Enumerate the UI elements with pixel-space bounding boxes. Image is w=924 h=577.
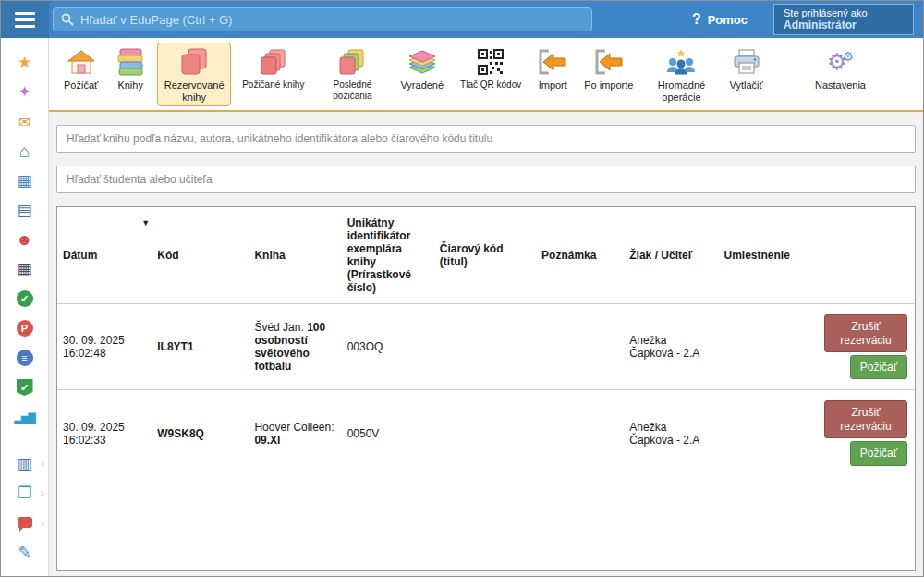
global-search-input[interactable] bbox=[80, 13, 584, 27]
envelope-icon: ✉ bbox=[18, 115, 30, 129]
cell-ziak-ucitel: Anežka Čapková - 2.A bbox=[624, 390, 718, 476]
cell-kniha: Švéd Jan: 100 osobností světového fotbal… bbox=[249, 304, 341, 390]
signed-in-user: Administrátor bbox=[784, 18, 904, 31]
sidebar-item-wand[interactable]: ✦ bbox=[1, 77, 48, 106]
cell-umiestnenie bbox=[719, 390, 811, 476]
sidebar-item-list[interactable]: ≡ bbox=[1, 343, 48, 373]
reservations-table: ▼Dátum Kód Kniha Unikátny identifikátor … bbox=[56, 206, 916, 571]
wand-icon: ✦ bbox=[18, 84, 30, 100]
cell-actions: Zrušiť rezerváciu Požičať bbox=[811, 390, 915, 476]
calendar-icon: ▦ bbox=[17, 262, 31, 277]
sidebar-item-chat[interactable]: › bbox=[1, 508, 48, 537]
table-header-row: ▼Dátum Kód Kniha Unikátny identifikátor … bbox=[57, 207, 915, 304]
person-search-input[interactable] bbox=[56, 166, 916, 193]
table-row: 30. 09. 2025 16:02:33 W9SK8Q Hoover Coll… bbox=[57, 390, 915, 476]
toolbar-item-lend[interactable]: Požičať bbox=[58, 43, 103, 95]
help-button[interactable]: ? Pomoc bbox=[683, 11, 757, 28]
sidebar-item-documents[interactable]: ❐› bbox=[1, 478, 48, 508]
sidebar-item-library[interactable]: ▥› bbox=[1, 448, 48, 478]
sidebar-item-timetable[interactable]: ▦ bbox=[1, 166, 48, 195]
cell-umiestnenie bbox=[719, 304, 811, 390]
toolbar-item-recent-loans[interactable]: Posledné požičania bbox=[315, 43, 389, 104]
person-icon: ☻ bbox=[17, 232, 33, 248]
cell-datum: 30. 09. 2025 16:02:33 bbox=[57, 390, 152, 476]
sidebar-item-edit[interactable]: ✎ bbox=[1, 537, 48, 567]
column-header-umiestnenie[interactable]: Umiestnenie bbox=[719, 207, 811, 304]
edupage-library-window: ? Pomoc Ste prihlásený ako Administrátor… bbox=[0, 0, 924, 577]
toolbar-item-settings[interactable]: ⚙⚙ Nastavenia bbox=[809, 43, 871, 95]
sidebar-item-messages[interactable]: ✉ bbox=[1, 106, 48, 136]
sort-descending-icon: ▼ bbox=[141, 218, 150, 227]
library-toolbar: Požičať Knihy Rezervované knihy bbox=[49, 38, 923, 112]
check-circle-icon: ✔ bbox=[17, 290, 33, 307]
home-icon: ⌂ bbox=[19, 142, 30, 160]
column-header-kniha[interactable]: Kniha bbox=[249, 207, 341, 304]
toolbar-item-discarded[interactable]: Vyradené bbox=[395, 43, 449, 95]
toolbar-item-bulk-operations[interactable]: Hromadné operácie bbox=[644, 43, 718, 106]
main-area: Požičať Knihy Rezervované knihy bbox=[49, 38, 923, 576]
cell-kod: IL8YT1 bbox=[152, 304, 249, 390]
books-stack-icon bbox=[115, 46, 146, 78]
toolbar-item-print-qr[interactable]: Tlač QR kódov bbox=[455, 43, 527, 94]
bar-chart-icon: ▂▅▇ bbox=[14, 412, 34, 423]
cell-poznamka bbox=[536, 390, 624, 476]
signed-in-box[interactable]: Ste prihlásený ako Administrátor bbox=[773, 4, 914, 35]
cell-datum: 30. 09. 2025 16:02:48 bbox=[57, 304, 152, 390]
shield-check-icon: ✔ bbox=[17, 379, 33, 396]
lend-button[interactable]: Požičať bbox=[850, 441, 907, 465]
borrowed-books-icon bbox=[260, 46, 287, 78]
gears-icon: ⚙⚙ bbox=[827, 46, 854, 78]
toolbar-item-reserved-books[interactable]: Rezervované knihy bbox=[157, 43, 231, 106]
cell-kniha: Hoover Colleen: 09.XI bbox=[249, 390, 341, 476]
search-icon bbox=[61, 13, 74, 26]
help-label: Pomoc bbox=[708, 13, 748, 27]
sidebar-item-calendar[interactable]: ▦ bbox=[1, 254, 48, 284]
content-area: ▼Dátum Kód Kniha Unikátny identifikátor … bbox=[49, 112, 923, 576]
topbar: ? Pomoc Ste prihlásený ako Administrátor bbox=[1, 1, 923, 38]
toolbar-item-after-import[interactable]: Po importe bbox=[578, 43, 638, 95]
menu-button[interactable] bbox=[1, 1, 49, 38]
chevron-right-icon: › bbox=[41, 458, 44, 469]
help-icon: ? bbox=[692, 11, 701, 28]
sidebar-item-statistics[interactable]: ▂▅▇ bbox=[1, 402, 48, 432]
grid-icon: ▦ bbox=[17, 173, 31, 189]
column-header-datum[interactable]: ▼Dátum bbox=[57, 207, 152, 304]
lend-button[interactable]: Požičať bbox=[850, 355, 907, 379]
chat-icon bbox=[18, 517, 32, 528]
toolbar-item-books[interactable]: Knihy bbox=[109, 43, 152, 95]
book-icon: ▥ bbox=[17, 456, 31, 472]
cancel-reservation-button[interactable]: Zrušiť rezerváciu bbox=[824, 400, 907, 438]
cell-actions: Zrušiť rezerváciu Požičať bbox=[811, 304, 915, 390]
recent-loans-icon bbox=[338, 46, 366, 78]
column-header-ziak-ucitel[interactable]: Žiak / Učiteľ bbox=[624, 207, 718, 304]
sidebar-item-check[interactable]: ✔ bbox=[1, 284, 48, 313]
sidebar-item-shield[interactable]: ✔ bbox=[1, 373, 48, 402]
left-sidebar: ★ ✦ ✉ ⌂ ▦ ▤ ☻ ▦ ✔ P ≡ ✔ ▂▅▇ ▥› ❐› › ✎ bbox=[1, 38, 49, 576]
column-header-kod[interactable]: Kód bbox=[152, 207, 249, 304]
tablet-icon: ▤ bbox=[17, 203, 31, 218]
pencil-icon: ✎ bbox=[18, 545, 30, 560]
column-header-poznamka[interactable]: Poznámka bbox=[536, 207, 624, 304]
sidebar-item-p[interactable]: P bbox=[1, 313, 48, 343]
chevron-right-icon: › bbox=[41, 517, 44, 528]
printer-icon bbox=[732, 46, 761, 78]
sidebar-item-home[interactable]: ⌂ bbox=[1, 136, 48, 166]
sidebar-item-tablet[interactable]: ▤ bbox=[1, 195, 48, 225]
chevron-right-icon: › bbox=[41, 487, 44, 498]
column-header-ciarovy-kod[interactable]: Čiarový kód (titul) bbox=[434, 207, 536, 304]
toolbar-item-borrowed-books[interactable]: Požičané knihy bbox=[237, 43, 310, 94]
book-search-input[interactable] bbox=[56, 125, 916, 153]
cell-ciarovy-kod bbox=[434, 304, 536, 390]
sidebar-item-person[interactable]: ☻ bbox=[1, 225, 48, 254]
toolbar-item-print[interactable]: Vytlačiť bbox=[723, 43, 768, 95]
sidebar-item-star[interactable]: ★ bbox=[1, 47, 48, 77]
cell-identifikator: 003OQ bbox=[342, 304, 434, 390]
global-search[interactable] bbox=[53, 7, 592, 31]
column-header-identifikator[interactable]: Unikátny identifikátor exemplára knihy (… bbox=[342, 207, 434, 304]
cancel-reservation-button[interactable]: Zrušiť rezerváciu bbox=[824, 314, 907, 352]
after-import-arrow-icon bbox=[594, 46, 624, 78]
qr-code-icon bbox=[478, 46, 504, 78]
signed-in-label: Ste prihlásený ako bbox=[784, 7, 904, 18]
people-group-icon bbox=[665, 46, 697, 78]
toolbar-item-import[interactable]: Import bbox=[532, 43, 573, 95]
